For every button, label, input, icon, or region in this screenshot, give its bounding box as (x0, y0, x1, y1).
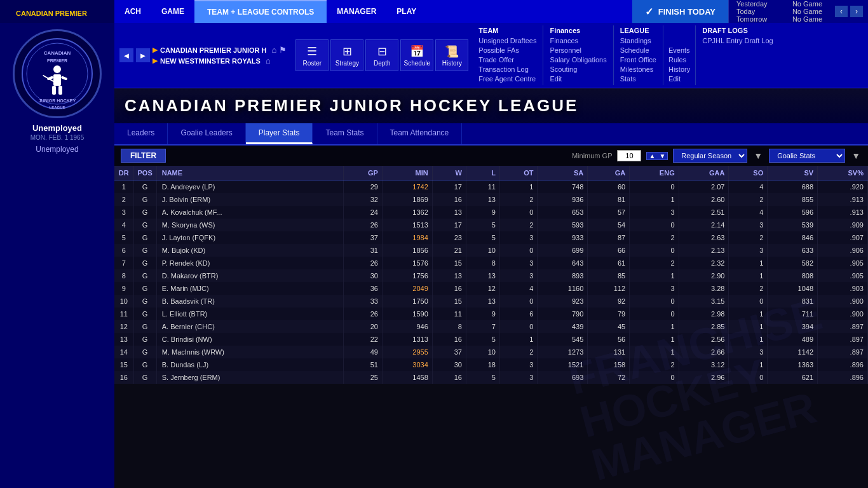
finances-item-1[interactable]: Personnel (550, 46, 606, 55)
home-icon-2[interactable]: ⌂ (266, 56, 271, 65)
table-row[interactable]: 4 G M. Skoryna (WS) 26 1513 17 5 2 593 5… (114, 219, 868, 231)
back-btn[interactable]: ◄ (119, 48, 133, 62)
table-row[interactable]: 2 G J. Boivin (ERM) 32 1869 16 13 2 936 … (114, 193, 868, 206)
col-name[interactable]: NAME (156, 166, 343, 180)
col-gp[interactable]: GP (344, 166, 383, 180)
tab-team-attendance[interactable]: Team Attendance (377, 123, 463, 144)
table-row[interactable]: 7 G P. Rendek (KD) 26 1576 15 8 3 643 61… (114, 257, 868, 269)
sidebar: CANADIAN PREMIER JUNIOR HOCKEY LE (0, 23, 114, 488)
table-row[interactable]: 8 G D. Makarov (BTR) 30 1756 13 13 3 893… (114, 269, 868, 282)
col-w[interactable]: W (432, 166, 466, 180)
min-gp-input[interactable] (617, 150, 641, 161)
team-menu-item-0[interactable]: Unsigned Draftees (478, 36, 536, 46)
league-item-4[interactable]: Stats (620, 74, 656, 84)
table-row[interactable]: 14 G M. MacInnis (WRW) 49 2955 37 10 2 1… (114, 346, 868, 358)
dropdown-arrow-2: ▼ (850, 151, 862, 161)
col-l[interactable]: L (466, 166, 499, 180)
prev-btn[interactable]: ‹ (835, 6, 848, 17)
col-sa[interactable]: SA (538, 166, 588, 180)
play-icon-1: ▶ (153, 46, 158, 54)
tab-leaders[interactable]: Leaders (114, 123, 168, 144)
nav-ach[interactable]: ACH (114, 0, 151, 23)
col-eng[interactable]: ENG (630, 166, 679, 180)
table-row[interactable]: 10 G B. Baadsvik (TR) 33 1750 15 13 0 92… (114, 295, 868, 308)
flag-icon-1[interactable]: ⚑ (279, 45, 287, 55)
svg-text:CANADIAN: CANADIAN (44, 50, 71, 56)
league-logo-text: CANADIAN PREMIER (13, 2, 102, 21)
team-menu-item-1[interactable]: Possible FAs (478, 46, 536, 55)
league2-item-2[interactable]: History (668, 65, 690, 74)
col-ot[interactable]: OT (499, 166, 537, 180)
table-row[interactable]: 1 G D. Andreyev (LP) 29 1742 17 11 1 748… (114, 180, 868, 194)
league-item-0[interactable]: Standings (620, 36, 656, 46)
league-item-2[interactable]: Front Office (620, 55, 656, 65)
yesterday-label: Yesterday (736, 0, 768, 8)
filter-btn[interactable]: FILTER (121, 149, 166, 163)
league2-item-0[interactable]: Events (668, 46, 690, 55)
table-row[interactable]: 9 G E. Marin (MJC) 36 2049 16 12 4 1160 … (114, 282, 868, 295)
stats-table-container[interactable]: FRANCHISEHOCKEYMANAGER DR POS NAME GP MI… (114, 166, 868, 488)
col-gaa[interactable]: GAA (679, 166, 729, 180)
roster-icon: ☰ (307, 44, 317, 58)
nav-manager[interactable]: MANAGER (327, 0, 386, 23)
roster-tool[interactable]: ☰ Roster (295, 39, 329, 71)
tab-goalie-leaders[interactable]: Goalie Leaders (168, 123, 245, 144)
table-row[interactable]: 16 G S. Jernberg (ERM) 25 1458 16 5 3 69… (114, 371, 868, 384)
nav-play[interactable]: PLAY (386, 0, 426, 23)
col-pos[interactable]: POS (133, 166, 156, 180)
min-gp-stepper: ▲ ▼ (646, 152, 668, 160)
season-dropdown[interactable]: Regular Season Playoffs Career (673, 149, 747, 163)
table-row[interactable]: 15 G B. Dundas (LJ) 51 3034 30 18 3 1521… (114, 358, 868, 371)
finish-today-btn[interactable]: ✓ FINISH TODAY (632, 0, 728, 23)
dropdown-arrow-1: ▼ (752, 151, 764, 161)
table-row[interactable]: 5 G J. Layton (FQFK) 37 1984 23 5 3 933 … (114, 231, 868, 244)
history-tool[interactable]: 📜 History (435, 39, 468, 71)
depth-tool[interactable]: ⊟ Depth (365, 39, 398, 71)
league-item-3[interactable]: Milestones (620, 65, 656, 74)
forward-btn[interactable]: ► (136, 48, 150, 62)
table-row[interactable]: 13 G C. Brindisi (NW) 22 1313 16 5 1 545… (114, 333, 868, 346)
col-min[interactable]: MIN (382, 166, 432, 180)
svg-rect-9 (52, 86, 56, 95)
gp-up-btn[interactable]: ▲ (647, 152, 657, 159)
stat-type-dropdown[interactable]: Goalie Stats Skater Stats (769, 149, 845, 163)
table-row[interactable]: 11 G L. Elliott (BTR) 26 1590 11 9 6 790… (114, 308, 868, 320)
team-menu-item-4[interactable]: Free Agent Centre (478, 74, 536, 84)
tomorrow-value: No Game (792, 15, 822, 23)
league-logo-svg: CANADIAN PREMIER JUNIOR HOCKEY LE (19, 36, 95, 112)
col-sv[interactable]: SV (768, 166, 818, 180)
col-dr[interactable]: DR (114, 166, 133, 180)
strategy-tool[interactable]: ⊞ Strategy (330, 39, 363, 71)
tab-player-stats[interactable]: Player Stats (246, 123, 313, 144)
league2-item-3[interactable]: Edit (668, 74, 690, 84)
tab-team-stats[interactable]: Team Stats (313, 123, 377, 144)
team-menu-item-2[interactable]: Trade Offer (478, 55, 536, 65)
breadcrumb-1[interactable]: CANADIAN PREMIER JUNIOR H (160, 46, 266, 54)
col-svp[interactable]: SV% (818, 166, 868, 180)
page-title-area: CANADIAN PREMIER JUNIOR HOCKEY LEAGUE (114, 88, 868, 123)
team-menu: TEAM Unsigned Draftees Possible FAs Trad… (472, 25, 543, 85)
finances-item-0[interactable]: Finances (550, 36, 606, 46)
table-row[interactable]: 12 G A. Bernier (CHC) 20 946 8 7 0 439 4… (114, 320, 868, 333)
finances-item-4[interactable]: Edit (550, 74, 606, 84)
col-so[interactable]: SO (729, 166, 768, 180)
next-btn[interactable]: › (850, 6, 863, 17)
breadcrumb-path-2: ▶ NEW WESTMINSTER ROYALS ⌂ (153, 56, 287, 65)
league2-item-1[interactable]: Rules (668, 55, 690, 65)
nav-team-league[interactable]: TEAM + LEAGUE CONTROLS (194, 0, 327, 23)
finances-item-2[interactable]: Salary Obligations (550, 55, 606, 65)
col-ga[interactable]: GA (588, 166, 630, 180)
gp-down-btn[interactable]: ▼ (657, 152, 667, 159)
finances-item-3[interactable]: Scouting (550, 65, 606, 74)
team-menu-item-3[interactable]: Transaction Log (478, 65, 536, 74)
table-row[interactable]: 3 G A. Kovalchuk (MF... 24 1362 13 9 0 6… (114, 206, 868, 219)
depth-label: Depth (374, 60, 391, 67)
schedule-tool[interactable]: 📅 Schedule (400, 39, 433, 71)
table-row[interactable]: 6 G M. Bujok (KD) 31 1856 21 10 0 699 66… (114, 244, 868, 257)
league-item-1[interactable]: Schedule (620, 46, 656, 55)
breadcrumb-2[interactable]: NEW WESTMINSTER ROYALS (160, 57, 261, 65)
nav-game[interactable]: GAME (151, 0, 194, 23)
home-icon-1[interactable]: ⌂ (271, 45, 276, 55)
draft-log-item-0[interactable]: CPJHL Entry Draft Log (702, 36, 773, 46)
today-value: No Game (792, 8, 822, 15)
